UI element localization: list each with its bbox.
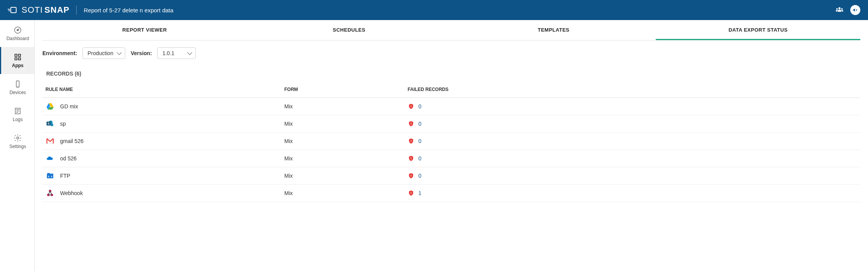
app-header: SOTI SNAP Report of 5-27 delete n export…	[0, 0, 868, 20]
people-icon[interactable]	[834, 5, 845, 15]
shield-icon	[408, 172, 415, 179]
shield-icon	[408, 138, 415, 145]
table-header: RULE NAME FORM FAILED RECORDS	[42, 81, 860, 98]
table-row[interactable]: FTPMix0	[42, 167, 860, 185]
sidebar-item-label: Dashboard	[7, 36, 29, 41]
tab-bar: REPORT VIEWER SCHEDULES TEMPLATES DATA E…	[42, 20, 860, 40]
sidebar-item-label: Settings	[9, 144, 26, 149]
settings-icon	[13, 134, 22, 142]
svg-rect-9	[15, 54, 17, 57]
svg-point-24	[50, 123, 53, 126]
svg-rect-10	[18, 54, 21, 57]
svg-text:S: S	[47, 122, 49, 125]
onedrive-icon	[45, 154, 55, 163]
rule-name: gmail 526	[60, 138, 84, 144]
sidebar-item-label: Apps	[12, 63, 24, 68]
tab-templates[interactable]: TEMPLATES	[452, 20, 656, 40]
shield-icon	[408, 103, 415, 110]
version-label: Version:	[131, 50, 152, 56]
failed-count: 0	[418, 121, 421, 127]
filters-bar: Environment: Production Version: 1.0.1	[35, 40, 868, 63]
tab-report-viewer[interactable]: REPORT VIEWER	[42, 20, 247, 40]
form-cell: Mix	[284, 121, 408, 127]
rule-name: FTP	[60, 173, 70, 179]
main-content: REPORT VIEWER SCHEDULES TEMPLATES DATA E…	[35, 20, 868, 271]
col-header-rule: RULE NAME	[45, 87, 284, 92]
brand-logo: SOTI SNAP	[8, 5, 69, 15]
col-header-form: FORM	[284, 87, 408, 92]
gdrive-icon	[45, 102, 55, 111]
brand-text-2: SNAP	[44, 5, 69, 15]
svg-rect-0	[11, 7, 16, 13]
svg-point-5	[841, 8, 843, 10]
sidebar-item-logs[interactable]: Logs	[0, 101, 34, 128]
page-title: Report of 5-27 delete n export data	[84, 7, 173, 13]
sidebar-item-label: Logs	[13, 117, 23, 122]
failed-count: 0	[418, 103, 421, 109]
svg-point-3	[838, 7, 841, 10]
form-cell: Mix	[284, 103, 408, 109]
sidebar-item-dashboard[interactable]: Dashboard	[0, 20, 34, 47]
records-section-title: RECORDS (6)	[35, 63, 868, 81]
environment-select[interactable]: Production	[82, 47, 125, 59]
tab-schedules[interactable]: SCHEDULES	[247, 20, 452, 40]
header-divider	[76, 5, 77, 15]
version-value: 1.0.1	[162, 50, 174, 56]
sidebar-item-label: Devices	[10, 90, 26, 95]
form-cell: Mix	[284, 138, 408, 144]
table-row[interactable]: GD mixMix0	[42, 98, 860, 115]
sidebar-item-apps[interactable]: Apps	[0, 47, 34, 74]
table-row[interactable]: WebhookMix1	[42, 185, 860, 202]
table-row[interactable]: SspMix0	[42, 115, 860, 133]
logs-icon	[13, 107, 22, 115]
brand-text-1: SOTI	[22, 5, 43, 15]
ftp-icon	[45, 171, 55, 180]
environment-label: Environment:	[42, 50, 77, 56]
rule-name: GD mix	[60, 103, 78, 109]
col-header-failed: FAILED RECORDS	[408, 87, 857, 92]
tab-data-export-status[interactable]: DATA EXPORT STATUS	[656, 20, 860, 40]
records-table: RULE NAME FORM FAILED RECORDS GD mixMix0…	[42, 81, 860, 202]
failed-count: 1	[418, 190, 421, 196]
sidebar-item-devices[interactable]: Devices	[0, 74, 34, 101]
environment-value: Production	[87, 50, 113, 56]
sidebar-item-settings[interactable]: Settings	[0, 128, 34, 155]
shield-icon	[408, 155, 415, 162]
rule-name: Webhook	[60, 190, 83, 196]
svg-rect-12	[18, 58, 21, 60]
failed-count: 0	[418, 155, 421, 162]
table-row[interactable]: od 526Mix0	[42, 150, 860, 167]
svg-rect-11	[15, 58, 17, 60]
version-select[interactable]: 1.0.1	[157, 47, 196, 59]
shield-icon	[408, 120, 415, 127]
dashboard-icon	[13, 26, 22, 34]
form-cell: Mix	[284, 190, 408, 196]
failed-count: 0	[418, 138, 421, 144]
announcement-icon[interactable]	[850, 5, 860, 15]
logo-icon	[8, 6, 18, 14]
gmail-icon	[45, 136, 55, 146]
apps-icon	[13, 53, 22, 61]
shield-icon	[408, 190, 415, 197]
sidebar: Dashboard Apps Devices	[0, 20, 35, 271]
form-cell: Mix	[284, 155, 408, 162]
devices-icon	[13, 80, 22, 88]
failed-count: 0	[418, 173, 421, 179]
rule-name: od 526	[60, 155, 77, 162]
sharepoint-icon: S	[45, 119, 55, 128]
form-cell: Mix	[284, 173, 408, 179]
webhook-icon	[45, 189, 55, 198]
svg-point-4	[836, 8, 838, 10]
svg-point-19	[17, 137, 19, 139]
table-row[interactable]: gmail 526Mix0	[42, 133, 860, 150]
rule-name: sp	[60, 121, 66, 127]
